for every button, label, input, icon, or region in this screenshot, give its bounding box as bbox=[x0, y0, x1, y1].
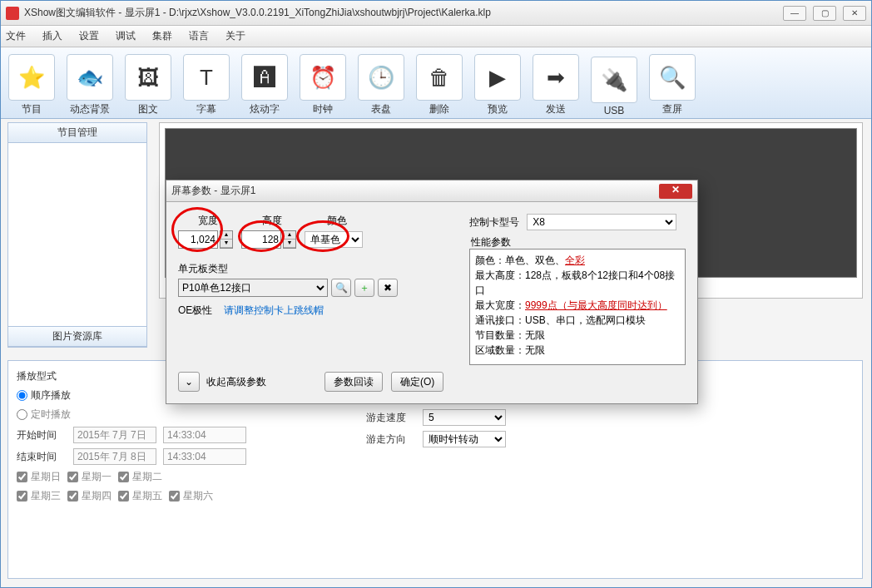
tool-icon: ⭐ bbox=[8, 54, 55, 101]
dialog-close-button[interactable]: ✕ bbox=[659, 184, 692, 199]
tool-2[interactable]: 🖼图文 bbox=[119, 54, 177, 118]
tool-5[interactable]: ⏰时钟 bbox=[294, 54, 352, 118]
tool-icon: ▶ bbox=[474, 54, 521, 101]
menubar: 文件 插入 设置 调试 集群 语言 关于 bbox=[1, 26, 871, 47]
day-4[interactable]: 星期四 bbox=[67, 489, 111, 503]
board-type-label: 单元板类型 bbox=[178, 262, 228, 276]
menu-about[interactable]: 关于 bbox=[225, 29, 245, 43]
delete-icon[interactable]: ✖ bbox=[378, 279, 398, 297]
tool-icon: 🔌 bbox=[591, 57, 637, 103]
day-0[interactable]: 星期日 bbox=[17, 470, 61, 484]
start-date-input[interactable] bbox=[73, 427, 156, 443]
collapse-label: 收起高级参数 bbox=[206, 375, 266, 389]
tool-0[interactable]: ⭐节目 bbox=[2, 54, 61, 118]
dialog-title: 屏幕参数 - 显示屏1 bbox=[171, 184, 659, 198]
tool-icon: 🐟 bbox=[67, 54, 113, 101]
ctrl-model-select[interactable]: X8 bbox=[527, 214, 676, 230]
titlebar: XShow图文编辑软件 - 显示屏1 - D:\rjxz\Xshow_V3.0.… bbox=[1, 1, 871, 26]
menu-cluster[interactable]: 集群 bbox=[152, 29, 172, 43]
end-time-label: 结束时间 bbox=[17, 450, 67, 464]
end-date-input[interactable] bbox=[73, 448, 156, 465]
timed-play-radio[interactable]: 定时播放 bbox=[17, 408, 71, 422]
start-time-label: 开始时间 bbox=[17, 428, 67, 442]
day-6[interactable]: 星期六 bbox=[169, 489, 213, 503]
width-input[interactable] bbox=[178, 230, 218, 249]
width-spinner[interactable]: ▲▼ bbox=[220, 230, 233, 249]
walk-speed-select[interactable]: 5 bbox=[423, 409, 506, 426]
tool-icon: 🖼 bbox=[125, 54, 171, 101]
maximize-button[interactable]: ▢ bbox=[813, 6, 836, 21]
collapse-toggle-button[interactable]: ⌄ bbox=[178, 372, 200, 392]
start-time-input[interactable] bbox=[163, 427, 246, 443]
tool-label: 图文 bbox=[119, 102, 177, 116]
color-select[interactable]: 单基色 bbox=[305, 231, 363, 248]
tool-label: 节目 bbox=[2, 102, 61, 116]
screen-params-dialog: 屏幕参数 - 显示屏1 ✕ 宽度 高度 颜色 ▲▼ ▲▼ 单基色 单元板类型 bbox=[166, 180, 698, 404]
ok-button[interactable]: 确定(O) bbox=[391, 372, 443, 392]
tool-10[interactable]: 🔌USB bbox=[585, 57, 643, 118]
app-icon bbox=[6, 7, 19, 20]
width-label: 宽度 bbox=[198, 215, 218, 226]
tool-label: 发送 bbox=[527, 102, 585, 116]
tool-1[interactable]: 🐟动态背景 bbox=[61, 54, 119, 118]
close-button[interactable]: ✕ bbox=[843, 6, 866, 21]
color-label: 颜色 bbox=[327, 215, 347, 226]
tool-icon: 🗑 bbox=[416, 54, 463, 101]
tool-8[interactable]: ▶预览 bbox=[468, 54, 527, 118]
walk-dir-select[interactable]: 顺时针转动 bbox=[423, 431, 506, 447]
program-panel-title: 节目管理 bbox=[8, 123, 146, 143]
tool-label: 表盘 bbox=[352, 102, 410, 116]
tool-label: 删除 bbox=[410, 102, 468, 116]
height-input[interactable] bbox=[241, 230, 281, 249]
dialog-titlebar[interactable]: 屏幕参数 - 显示屏1 ✕ bbox=[166, 180, 697, 202]
toolbar: ⭐节目🐟动态背景🖼图文T字幕🅰炫动字⏰时钟🕒表盘🗑删除▶预览➡发送🔌USB🔍查屏 bbox=[1, 47, 871, 119]
menu-insert[interactable]: 插入 bbox=[42, 29, 62, 43]
tool-icon: ➡ bbox=[533, 54, 579, 101]
menu-debug[interactable]: 调试 bbox=[116, 29, 136, 43]
oe-label: OE极性 bbox=[178, 304, 212, 316]
tool-label: 炫动字 bbox=[235, 102, 294, 116]
add-icon[interactable]: ＋ bbox=[354, 279, 374, 297]
day-5[interactable]: 星期五 bbox=[118, 489, 162, 503]
program-panel: 节目管理 图片资源库 bbox=[7, 122, 147, 348]
tool-icon: 🕒 bbox=[358, 54, 404, 101]
tool-7[interactable]: 🗑删除 bbox=[410, 54, 468, 118]
day-3[interactable]: 星期三 bbox=[17, 489, 61, 503]
tool-label: 预览 bbox=[468, 102, 527, 116]
search-icon[interactable]: 🔍 bbox=[331, 279, 351, 297]
window-title: XShow图文编辑软件 - 显示屏1 - D:\rjxz\Xshow_V3.0.… bbox=[24, 6, 783, 20]
height-spinner[interactable]: ▲▼ bbox=[283, 230, 296, 249]
end-time-input[interactable] bbox=[163, 448, 246, 465]
program-panel-body[interactable] bbox=[8, 143, 146, 326]
oe-hint-link[interactable]: 请调整控制卡上跳线帽 bbox=[224, 304, 324, 316]
perf-info-box[interactable]: 颜色：单色、双色、全彩 最大高度：128点，板载8个12接口和4个08接口 最大… bbox=[469, 249, 686, 365]
main-window: XShow图文编辑软件 - 显示屏1 - D:\rjxz\Xshow_V3.0.… bbox=[0, 0, 872, 588]
day-1[interactable]: 星期一 bbox=[67, 470, 111, 484]
minimize-button[interactable]: — bbox=[783, 6, 806, 21]
menu-language[interactable]: 语言 bbox=[189, 29, 209, 43]
perf-label: 性能参数 bbox=[471, 235, 511, 250]
walk-dir-label: 游走方向 bbox=[366, 432, 416, 447]
tool-label: 动态背景 bbox=[61, 102, 119, 116]
tool-9[interactable]: ➡发送 bbox=[527, 54, 585, 118]
height-label: 高度 bbox=[262, 215, 282, 226]
walk-speed-label: 游走速度 bbox=[366, 411, 416, 425]
seq-play-radio[interactable]: 顺序播放 bbox=[17, 388, 71, 403]
tool-icon: 🔍 bbox=[649, 54, 696, 101]
image-lib-title[interactable]: 图片资源库 bbox=[8, 326, 146, 347]
tool-icon: 🅰 bbox=[241, 54, 288, 101]
tool-label: 时钟 bbox=[294, 102, 352, 116]
tool-11[interactable]: 🔍查屏 bbox=[643, 54, 701, 118]
tool-label: 字幕 bbox=[177, 102, 235, 116]
tool-6[interactable]: 🕒表盘 bbox=[352, 54, 410, 118]
board-type-select[interactable]: P10单色12接口 bbox=[178, 279, 328, 297]
tool-3[interactable]: T字幕 bbox=[177, 54, 235, 118]
tool-label: 查屏 bbox=[643, 102, 701, 116]
menu-file[interactable]: 文件 bbox=[6, 29, 26, 43]
tool-4[interactable]: 🅰炫动字 bbox=[235, 54, 294, 118]
day-2[interactable]: 星期二 bbox=[118, 470, 162, 484]
reread-button[interactable]: 参数回读 bbox=[325, 372, 383, 392]
ctrl-model-label: 控制卡型号 bbox=[469, 216, 519, 228]
tool-label: USB bbox=[585, 105, 643, 116]
menu-settings[interactable]: 设置 bbox=[79, 29, 99, 43]
